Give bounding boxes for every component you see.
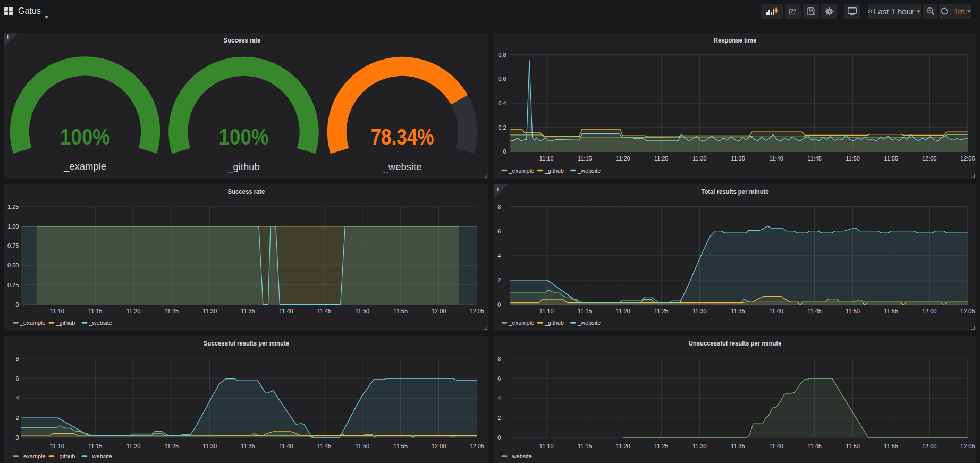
svg-text:0: 0	[503, 148, 506, 155]
svg-text:12:05: 12:05	[960, 155, 975, 162]
svg-text:11:55: 11:55	[393, 443, 408, 449]
svg-text:12:00: 12:00	[922, 155, 937, 162]
svg-text:_website: _website	[509, 453, 532, 459]
svg-text:11:30: 11:30	[692, 443, 707, 449]
svg-text:_website: _website	[89, 453, 112, 459]
svg-text:11:15: 11:15	[88, 308, 103, 314]
svg-text:11:45: 11:45	[317, 308, 332, 314]
svg-text:11:35: 11:35	[731, 443, 745, 449]
svg-text:0.75: 0.75	[7, 242, 19, 249]
svg-text:11:30: 11:30	[692, 308, 707, 314]
svg-text:4: 4	[15, 395, 19, 401]
svg-text:11:40: 11:40	[769, 443, 783, 449]
svg-text:100%: 100%	[219, 124, 269, 149]
svg-text:_example: _example	[20, 453, 46, 459]
svg-text:11:35: 11:35	[241, 308, 255, 314]
svg-text:_github: _github	[55, 319, 75, 326]
svg-text:11:45: 11:45	[807, 155, 822, 162]
svg-text:_website: _website	[577, 319, 601, 326]
svg-text:11:25: 11:25	[165, 443, 179, 449]
svg-text:11:45: 11:45	[807, 443, 822, 449]
svg-text:_example: _example	[63, 161, 106, 172]
svg-text:1.00: 1.00	[7, 223, 19, 230]
svg-text:11:50: 11:50	[356, 308, 370, 314]
svg-text:11:40: 11:40	[769, 155, 783, 162]
svg-text:0: 0	[15, 301, 19, 308]
svg-text:6: 6	[497, 375, 501, 382]
svg-text:11:25: 11:25	[165, 308, 179, 314]
svg-text:11:30: 11:30	[202, 443, 217, 449]
svg-text:_example: _example	[509, 319, 535, 326]
svg-text:12:05: 12:05	[470, 308, 485, 314]
svg-text:11:45: 11:45	[317, 443, 332, 449]
svg-text:78.34%: 78.34%	[371, 124, 434, 149]
svg-text:11:40: 11:40	[279, 443, 293, 449]
svg-text:11:50: 11:50	[846, 155, 860, 162]
svg-text:11:45: 11:45	[807, 308, 822, 314]
svg-text:_github: _github	[55, 453, 75, 459]
svg-text:8: 8	[497, 204, 501, 210]
svg-text:_github: _github	[544, 167, 564, 174]
svg-text:11:10: 11:10	[50, 443, 64, 449]
svg-text:100%: 100%	[60, 124, 110, 149]
svg-text:11:15: 11:15	[88, 443, 103, 449]
svg-text:_example: _example	[509, 167, 535, 174]
svg-text:0: 0	[497, 434, 501, 441]
svg-text:11:50: 11:50	[846, 308, 860, 314]
svg-text:12:05: 12:05	[960, 308, 975, 314]
svg-text:11:35: 11:35	[731, 155, 745, 162]
svg-text:11:35: 11:35	[241, 443, 255, 449]
svg-text:_github: _github	[227, 161, 260, 173]
svg-text:11:20: 11:20	[616, 155, 630, 162]
svg-text:0.4: 0.4	[498, 100, 506, 106]
svg-text:0.50: 0.50	[7, 262, 19, 268]
svg-text:11:55: 11:55	[884, 155, 898, 162]
svg-text:11:25: 11:25	[654, 308, 669, 314]
svg-text:11:30: 11:30	[202, 308, 217, 314]
svg-text:2: 2	[497, 277, 501, 283]
svg-text:11:25: 11:25	[654, 443, 669, 449]
svg-text:11:40: 11:40	[279, 308, 293, 314]
svg-text:11:10: 11:10	[539, 443, 554, 449]
svg-text:11:30: 11:30	[692, 155, 707, 162]
svg-text:11:40: 11:40	[769, 308, 783, 314]
svg-text:8: 8	[15, 356, 19, 362]
svg-text:11:35: 11:35	[731, 308, 745, 314]
svg-text:0.6: 0.6	[498, 75, 506, 82]
svg-text:11:15: 11:15	[578, 155, 592, 162]
svg-text:8: 8	[497, 356, 501, 362]
svg-text:11:55: 11:55	[884, 443, 898, 449]
svg-text:_website: _website	[577, 167, 601, 174]
svg-text:4: 4	[497, 395, 501, 401]
svg-text:11:20: 11:20	[616, 443, 630, 449]
svg-text:12:00: 12:00	[432, 443, 446, 449]
svg-text:0: 0	[15, 434, 19, 441]
svg-text:12:05: 12:05	[960, 443, 975, 449]
svg-text:12:05: 12:05	[470, 443, 485, 449]
svg-text:11:50: 11:50	[846, 443, 860, 449]
svg-text:1.25: 1.25	[7, 204, 19, 210]
svg-text:2: 2	[15, 415, 19, 421]
svg-text:6: 6	[497, 228, 501, 234]
svg-text:11:20: 11:20	[126, 443, 141, 449]
svg-text:11:20: 11:20	[126, 308, 141, 314]
svg-text:0.8: 0.8	[498, 52, 506, 58]
svg-text:11:55: 11:55	[884, 308, 898, 314]
svg-text:12:00: 12:00	[432, 308, 446, 314]
svg-text:11:15: 11:15	[578, 308, 592, 314]
svg-text:_example: _example	[20, 319, 46, 326]
svg-text:_website: _website	[382, 161, 421, 173]
svg-text:11:15: 11:15	[578, 443, 592, 449]
svg-text:4: 4	[497, 252, 501, 259]
svg-text:11:10: 11:10	[539, 155, 554, 162]
svg-text:11:10: 11:10	[539, 308, 554, 314]
svg-text:_github: _github	[544, 319, 564, 326]
svg-text:11:55: 11:55	[393, 308, 408, 314]
svg-text:2: 2	[497, 415, 501, 421]
svg-text:12:00: 12:00	[922, 308, 937, 314]
svg-text:_website: _website	[89, 319, 112, 326]
svg-text:0.2: 0.2	[498, 124, 506, 131]
svg-text:6: 6	[15, 375, 19, 382]
svg-text:11:50: 11:50	[356, 443, 370, 449]
svg-text:0: 0	[497, 301, 501, 308]
